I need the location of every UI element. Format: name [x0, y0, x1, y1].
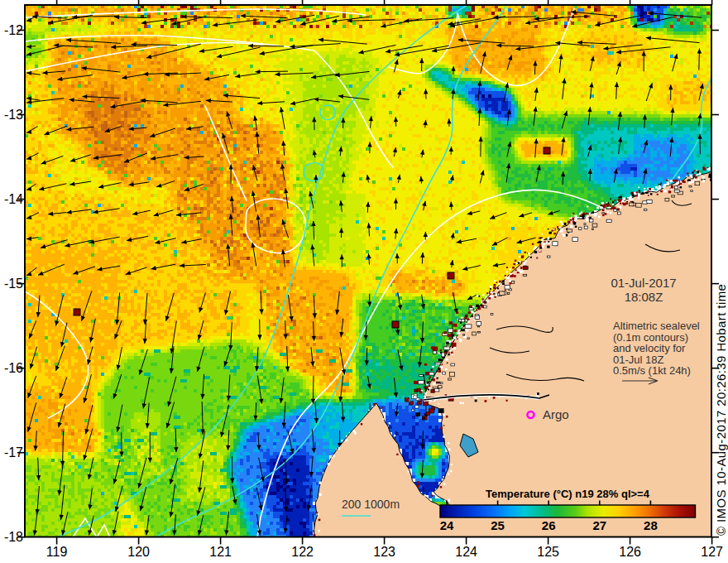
- svg-text:18:08Z: 18:08Z: [625, 290, 663, 304]
- svg-text:124: 124: [455, 545, 477, 559]
- svg-text:-17: -17: [4, 445, 23, 460]
- svg-text:119: 119: [46, 545, 68, 559]
- svg-text:120: 120: [127, 545, 150, 559]
- svg-text:0.5m/s (1kt 24h): 0.5m/s (1kt 24h): [613, 364, 691, 377]
- svg-text:121: 121: [209, 545, 232, 559]
- svg-text:-16: -16: [4, 361, 23, 375]
- svg-text:127: 127: [701, 545, 723, 559]
- svg-text:28: 28: [644, 518, 658, 532]
- svg-text:27: 27: [592, 518, 606, 532]
- svg-text:© IMOS 10-Aug-2017 20:26:39 Ho: © IMOS 10-Aug-2017 20:26:39 Hobart time: [714, 284, 728, 536]
- svg-text:Argo: Argo: [543, 407, 569, 421]
- svg-text:-12: -12: [4, 23, 23, 37]
- svg-text:-15: -15: [4, 277, 23, 291]
- svg-text:125: 125: [537, 545, 559, 559]
- svg-text:122: 122: [291, 545, 314, 559]
- svg-text:24: 24: [440, 518, 454, 532]
- svg-text:25: 25: [491, 518, 505, 532]
- svg-text:01-Jul-2017: 01-Jul-2017: [611, 276, 676, 290]
- svg-text:-13: -13: [4, 108, 23, 122]
- svg-text:200 1000m: 200 1000m: [342, 498, 400, 511]
- svg-text:126: 126: [619, 545, 641, 559]
- svg-text:26: 26: [542, 518, 556, 532]
- svg-text:123: 123: [373, 545, 395, 559]
- svg-text:Temperature (°C) n19 28% ql>=4: Temperature (°C) n19 28% ql>=4: [486, 488, 650, 500]
- svg-text:-18: -18: [4, 530, 23, 544]
- svg-text:-14: -14: [4, 192, 23, 206]
